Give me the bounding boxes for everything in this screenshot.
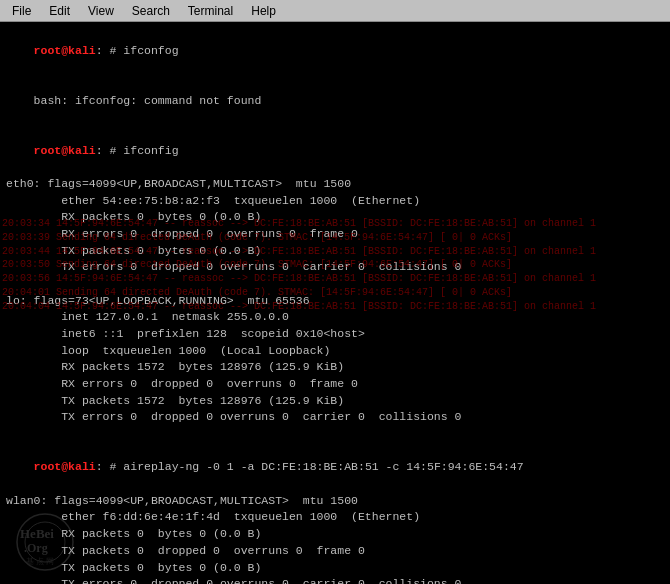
terminal-line-15: RX errors 0 dropped 0 overruns 0 frame 0: [6, 376, 664, 393]
terminal-line-1: bash: ifconfog: command not found: [6, 76, 664, 126]
menubar: File Edit View Search Terminal Help: [0, 0, 670, 22]
prompt-19: root@kali: [34, 460, 96, 473]
prompt-0: root@kali: [34, 44, 96, 57]
terminal-line-9: [6, 276, 664, 293]
terminal-line-8: TX errors 0 dropped 0 overruns 0 carrier…: [6, 259, 664, 276]
terminal-line-5: RX packets 0 bytes 0 (0.0 B): [6, 209, 664, 226]
terminal: root@kali: # ifconfog bash: ifconfog: co…: [0, 22, 670, 584]
terminal-line-19: root@kali: # aireplay-ng -0 1 -a DC:FE:1…: [6, 443, 664, 493]
terminal-line-17: TX errors 0 dropped 0 overruns 0 carrier…: [6, 409, 664, 426]
terminal-line-25: TX errors 0 dropped 0 overruns 0 carrier…: [6, 576, 664, 584]
terminal-line-22: RX packets 0 bytes 0 (0.0 B): [6, 526, 664, 543]
terminal-line-14: RX packets 1572 bytes 128976 (125.9 KiB): [6, 359, 664, 376]
terminal-line-10: lo: flags=73<UP,LOOPBACK,RUNNING> mtu 65…: [6, 293, 664, 310]
terminal-line-11: inet 127.0.0.1 netmask 255.0.0.0: [6, 309, 664, 326]
menu-terminal[interactable]: Terminal: [180, 2, 241, 20]
terminal-line-20: wlan0: flags=4099<UP,BROADCAST,MULTICAST…: [6, 493, 664, 510]
terminal-line-7: TX packets 0 bytes 0 (0.0 B): [6, 243, 664, 260]
menu-search[interactable]: Search: [124, 2, 178, 20]
prompt-2: root@kali: [34, 144, 96, 157]
terminal-line-24: TX packets 0 bytes 0 (0.0 B): [6, 560, 664, 577]
terminal-line-16: TX packets 1572 bytes 128976 (125.9 KiB): [6, 393, 664, 410]
terminal-line-4: ether 54:ee:75:b8:a2:f3 txqueuelen 1000 …: [6, 193, 664, 210]
menu-file[interactable]: File: [4, 2, 39, 20]
terminal-line-12: inet6 ::1 prefixlen 128 scopeid 0x10<hos…: [6, 326, 664, 343]
terminal-line-3: eth0: flags=4099<UP,BROADCAST,MULTICAST>…: [6, 176, 664, 193]
terminal-line-23: TX packets 0 dropped 0 overruns 0 frame …: [6, 543, 664, 560]
terminal-line-0: root@kali: # ifconfog: [6, 26, 664, 76]
terminal-line-6: RX errors 0 dropped 0 overruns 0 frame 0: [6, 226, 664, 243]
terminal-line-21: ether f6:dd:6e:4e:1f:4d txqueuelen 1000 …: [6, 509, 664, 526]
terminal-line-13: loop txqueuelen 1000 (Local Loopback): [6, 343, 664, 360]
terminal-line-2: root@kali: # ifconfig: [6, 126, 664, 176]
terminal-line-18: [6, 426, 664, 443]
menu-help[interactable]: Help: [243, 2, 284, 20]
menu-edit[interactable]: Edit: [41, 2, 78, 20]
menu-view[interactable]: View: [80, 2, 122, 20]
